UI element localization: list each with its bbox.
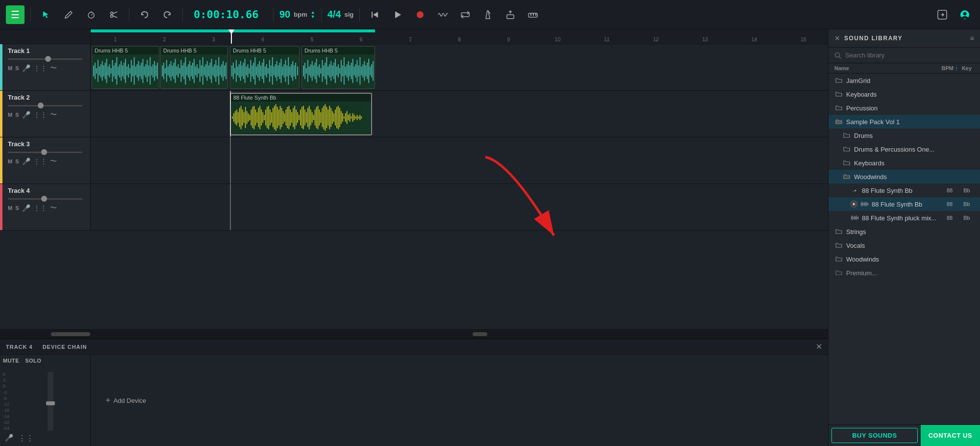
solo-btn-1[interactable]: S — [15, 65, 19, 71]
svg-rect-309 — [851, 216, 852, 219]
eq-icon-2[interactable]: ⋮⋮ — [33, 111, 47, 119]
mute-btn-1[interactable]: M — [8, 65, 12, 71]
eq-icon-1[interactable]: ⋮⋮ — [33, 64, 47, 72]
mute-btn-2[interactable]: M — [8, 112, 12, 118]
wave-icon-4[interactable]: 〜 — [50, 204, 57, 212]
library-close-btn[interactable]: ✕ — [834, 34, 840, 42]
lib-item-sample-pack[interactable]: Sample Pack Vol 1 — [829, 115, 980, 129]
export-button[interactable] — [501, 5, 520, 24]
menu-button[interactable]: ☰ — [6, 5, 25, 24]
track-volume-thumb-2[interactable] — [38, 103, 44, 108]
svg-rect-128 — [253, 63, 254, 79]
lib-item-keyboards[interactable]: Keyboards — [829, 87, 980, 101]
metronome-button[interactable] — [478, 5, 497, 24]
track-volume-thumb-4[interactable] — [41, 196, 47, 202]
contact-us-button[interactable]: CONTACT US — [921, 425, 980, 446]
h-scroll-thumb-right[interactable] — [473, 332, 487, 336]
eq-icon-3[interactable]: ⋮⋮ — [33, 157, 47, 165]
mic-icon-1[interactable]: 🎤 — [22, 64, 30, 72]
library-settings-btn[interactable]: ≡ — [970, 34, 974, 42]
loop-button[interactable] — [456, 5, 475, 24]
wave-icon-3[interactable]: 〜 — [50, 157, 57, 166]
mute-solo-row: MUTE SOLO — [3, 358, 87, 364]
bottom-panel-close[interactable]: ✕ — [816, 342, 822, 351]
play-small-btn[interactable] — [850, 200, 858, 208]
play-button[interactable] — [388, 5, 407, 24]
mic-icon-3[interactable]: 🎤 — [22, 157, 30, 165]
playhead[interactable] — [231, 29, 232, 44]
mic-device-icon[interactable]: 🎤 — [5, 434, 13, 443]
track-volume-2[interactable] — [8, 105, 82, 106]
fader-track[interactable] — [48, 372, 53, 431]
share-button[interactable] — [933, 5, 952, 24]
wave-icon-2[interactable]: 〜 — [50, 110, 57, 119]
bottom-solo-btn[interactable]: SOLO — [25, 358, 41, 364]
solo-btn-4[interactable]: S — [15, 205, 19, 211]
lib-item-jamgrid[interactable]: JamGrid — [829, 74, 980, 87]
midi-button[interactable] — [524, 5, 542, 24]
lib-item-drums-perc[interactable]: Drums & Percussions One... — [829, 142, 980, 156]
lib-item-strings[interactable]: Strings — [829, 225, 980, 238]
pencil-tool[interactable] — [59, 5, 78, 24]
bottom-mute-btn[interactable]: MUTE — [3, 358, 19, 364]
track-content-3[interactable] — [91, 137, 828, 184]
fader-thumb[interactable] — [46, 401, 55, 405]
svg-rect-29 — [102, 61, 103, 80]
track-volume-3[interactable] — [8, 152, 82, 153]
eq-icon-4[interactable]: ⋮⋮ — [33, 204, 47, 212]
solo-btn-3[interactable]: S — [15, 158, 19, 164]
lib-item-drums[interactable]: Drums — [829, 129, 980, 142]
wave-button[interactable] — [433, 5, 452, 24]
mic-icon-4[interactable]: 🎤 — [22, 204, 30, 212]
mic-icon-2[interactable]: 🎤 — [22, 111, 30, 119]
add-device-button[interactable]: + Add Device — [101, 393, 151, 409]
clip-t1-2[interactable]: Drums HHB 5 — [160, 46, 228, 89]
wave-icon-1[interactable]: 〜 — [50, 64, 57, 73]
lib-item-premium[interactable]: Premium... — [829, 266, 980, 280]
timer-tool[interactable] — [82, 5, 101, 24]
profile-button[interactable] — [955, 5, 974, 24]
lib-item-woodwinds-top[interactable]: Woodwinds — [829, 252, 980, 266]
clip-t1-4[interactable]: Drums HHB 5 — [302, 46, 375, 89]
svg-rect-197 — [358, 65, 359, 76]
h-scroll-bar[interactable] — [0, 329, 828, 338]
svg-rect-46 — [126, 67, 127, 76]
record-button[interactable] — [411, 5, 429, 24]
svg-rect-15 — [507, 15, 514, 19]
clip-t1-3[interactable]: Drums HHB 5 — [230, 46, 300, 89]
lib-item-vocals[interactable]: Vocals — [829, 238, 980, 252]
svg-rect-219 — [248, 113, 249, 122]
timeline[interactable]: 1 2 3 4 5 6 7 8 9 10 11 12 13 14 15 — [91, 29, 828, 44]
track-volume-thumb-3[interactable] — [41, 149, 47, 155]
track-content-2[interactable]: 88 Flute Synth Bb — [91, 91, 828, 137]
sig-display[interactable]: 4/4 sig — [327, 9, 354, 20]
buy-sounds-button[interactable]: BUY SOUNDS — [831, 428, 918, 443]
h-scroll-thumb[interactable] — [51, 332, 90, 336]
track-content-1[interactable]: Drums HHB 5 Drums HHB 5 — [91, 44, 828, 90]
undo-button[interactable] — [135, 5, 154, 24]
lib-item-flute-bb-2[interactable]: 88 Flute Synth Bb 88 Bb — [829, 197, 980, 211]
bpm-display[interactable]: 90 bpm ▲ ▼ — [279, 9, 315, 20]
lib-item-keyboards-sub[interactable]: Keyboards — [829, 156, 980, 170]
clip-t1-1[interactable]: Drums HHB 5 — [92, 46, 159, 89]
mute-btn-4[interactable]: M — [8, 205, 12, 211]
svg-rect-135 — [263, 59, 264, 83]
lib-item-flute-pluck[interactable]: 88 Flute Synth pluck mix... 88 Bb — [829, 211, 980, 225]
track-content-4[interactable] — [91, 184, 828, 230]
track-volume-1[interactable] — [8, 58, 82, 60]
library-search-input[interactable] — [845, 52, 974, 59]
clip-t2-1[interactable]: 88 Flute Synth Bb — [230, 93, 372, 135]
track-volume-4[interactable] — [8, 198, 82, 200]
lib-item-flute-bb-1[interactable]: -• 88 Flute Synth Bb 88 Bb — [829, 184, 980, 197]
lib-item-woodwinds-sub[interactable]: Woodwinds — [829, 170, 980, 184]
track-volume-thumb-1[interactable] — [45, 56, 51, 62]
cursor-tool[interactable] — [37, 5, 55, 24]
redo-button[interactable] — [158, 5, 176, 24]
mute-btn-3[interactable]: M — [8, 158, 12, 164]
eq-device-icon[interactable]: ⋮⋮ — [18, 434, 34, 443]
lib-item-percussion[interactable]: Percussion — [829, 101, 980, 115]
solo-btn-2[interactable]: S — [15, 112, 19, 118]
device-chain-main[interactable]: + Add Device — [91, 355, 828, 446]
scissors-tool[interactable] — [104, 5, 123, 24]
skip-back-button[interactable] — [366, 5, 384, 24]
